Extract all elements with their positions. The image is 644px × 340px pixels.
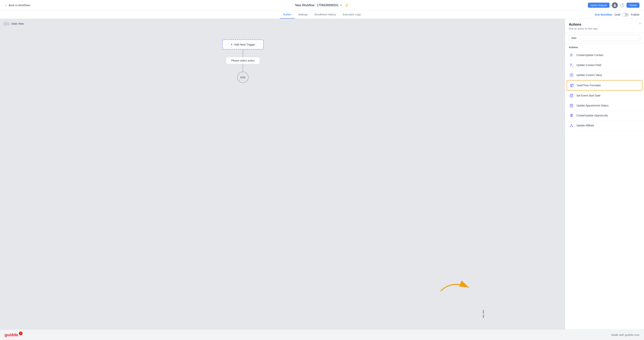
workflow-name: New Workflow : 1706636898261 xyxy=(295,3,339,7)
add-trigger-button[interactable]: + Add New Trigger xyxy=(222,39,264,49)
action-label-update-custom-value: Update Custom Value xyxy=(576,74,602,77)
history-icon[interactable]: 🕐 xyxy=(620,3,624,7)
workflow-canvas[interactable]: Stats View + Add New Trigger Please sele… xyxy=(0,19,565,330)
guidde-logo-text: guidde. xyxy=(4,333,19,337)
top-right-actions: topline Support 🕐 Saved xyxy=(588,2,640,8)
svg-point-5 xyxy=(570,64,572,65)
guidde-logo: guidde. 7 xyxy=(4,333,23,337)
close-sidebar-button[interactable]: × xyxy=(639,22,641,26)
edit-title-icon[interactable]: ✏ xyxy=(340,4,342,7)
calendar-icon xyxy=(569,83,574,88)
action-label-update-appointment-status: Update Appointment Status xyxy=(576,104,608,107)
back-to-workflows-button[interactable]: ← Back to Workflows xyxy=(4,3,30,7)
bottom-bar: guidde. 7 Made with guidde.com xyxy=(0,330,644,340)
back-arrow-icon: ← xyxy=(4,3,8,7)
top-navigation: ← Back to Workflows New Workflow : 17066… xyxy=(0,0,644,10)
action-item-set-event-start-date[interactable]: Set Event Start Date xyxy=(565,91,644,101)
actions-subtitle: Pick an action for this step xyxy=(569,27,640,30)
main-tabs: Builder Settings Enrollment History Exec… xyxy=(4,11,640,18)
svg-point-22 xyxy=(571,124,572,125)
scroll-bar-2 xyxy=(483,315,484,318)
connector-line-2 xyxy=(243,64,243,72)
action-item-create-update-opportunity[interactable]: Create/Update Opportunity xyxy=(565,111,644,121)
actions-section-heading: Actions xyxy=(565,44,644,50)
svg-rect-11 xyxy=(571,86,572,86)
tabs-right-actions: Test Workflow Draft Publish xyxy=(594,13,640,16)
end-node: END xyxy=(237,72,248,83)
action-item-datetime-formatter[interactable]: Date/Time Formatter xyxy=(566,80,642,91)
add-trigger-label: Add New Trigger xyxy=(234,43,255,46)
affiliate-icon xyxy=(569,123,574,128)
action-label-update-contact-field: Update Contact Field xyxy=(576,64,601,67)
test-workflow-button[interactable]: Test Workflow xyxy=(594,13,612,16)
action-label-datetime-formatter: Date/Time Formatter xyxy=(577,84,601,87)
main-content: Stats View + Add New Trigger Please sele… xyxy=(0,19,644,330)
dollar-icon xyxy=(569,113,574,118)
svg-rect-7 xyxy=(570,84,574,87)
action-label-set-event-start-date: Set Event Start Date xyxy=(576,94,600,97)
stats-view-label: Stats View xyxy=(11,22,24,25)
saved-button[interactable]: Saved xyxy=(626,3,640,8)
search-actions-input[interactable] xyxy=(569,35,640,41)
plus-icon: + xyxy=(231,42,233,46)
back-label: Back to Workflows xyxy=(9,4,30,7)
action-label-create-update-opportunity: Create/Update Opportunity xyxy=(576,114,608,117)
lightning-icon[interactable]: ⚡ xyxy=(344,3,349,7)
svg-point-0 xyxy=(614,4,616,5)
svg-line-26 xyxy=(570,125,572,126)
action-item-update-contact-field[interactable]: Update Contact Field xyxy=(565,60,644,70)
user-plus-icon xyxy=(569,52,574,58)
made-with-guidde: Made with guidde.com xyxy=(611,333,640,337)
edit-square-icon xyxy=(569,72,574,78)
svg-rect-12 xyxy=(570,94,573,97)
end-node-label: END xyxy=(240,76,245,79)
action-node[interactable]: Please select action xyxy=(226,57,260,64)
draft-label: Draft xyxy=(614,13,620,16)
svg-point-24 xyxy=(572,126,573,127)
support-button[interactable]: topline Support xyxy=(588,3,610,8)
search-box-area xyxy=(565,32,644,44)
stats-view-toggle[interactable] xyxy=(3,22,10,25)
tab-enrollment-history[interactable]: Enrollment History xyxy=(311,11,339,19)
scroll-hint xyxy=(483,310,484,318)
calendar-badge-icon xyxy=(569,103,574,108)
action-item-update-custom-value[interactable]: Update Custom Value xyxy=(565,70,644,80)
workflow-title-area: New Workflow : 1706636898261 ✏ ⚡ xyxy=(295,3,349,7)
tab-execution-logs[interactable]: Execution Logs xyxy=(339,11,364,19)
calendar-check-icon xyxy=(569,93,574,98)
tab-settings[interactable]: Settings xyxy=(295,11,311,19)
connector-line-1 xyxy=(243,49,243,57)
workflow-nodes-area: + Add New Trigger Please select action E… xyxy=(0,30,486,318)
action-label-create-update-contact: Create/Update Contact xyxy=(576,54,603,57)
tab-builder[interactable]: Builder xyxy=(280,11,295,19)
draft-toggle-area: Draft xyxy=(614,13,628,16)
action-item-create-update-contact[interactable]: Create/Update Contact xyxy=(565,50,644,60)
scroll-bar-1 xyxy=(483,310,484,314)
draft-toggle-switch[interactable] xyxy=(622,13,628,16)
svg-rect-16 xyxy=(570,104,573,107)
action-item-update-appointment-status[interactable]: Update Appointment Status xyxy=(565,101,644,111)
actions-header: Actions Pick an action for this step × xyxy=(565,19,644,32)
svg-point-23 xyxy=(570,126,571,127)
publish-button[interactable]: Publish xyxy=(631,13,640,16)
tabs-bar: Builder Settings Enrollment History Exec… xyxy=(0,10,644,19)
action-label-update-affiliate: Update Affiliate xyxy=(576,124,594,127)
stats-toggle-area: Stats View xyxy=(3,22,24,25)
user-edit-icon xyxy=(569,62,574,68)
notification-badge: 7 xyxy=(19,332,22,335)
svg-point-2 xyxy=(570,54,572,55)
avatar[interactable] xyxy=(612,2,618,8)
action-item-update-affiliate[interactable]: Update Affiliate xyxy=(565,121,644,131)
svg-line-27 xyxy=(572,125,573,126)
action-node-label: Please select action xyxy=(231,59,255,62)
actions-sidebar: Actions Pick an action for this step × A… xyxy=(565,19,644,330)
actions-title: Actions xyxy=(569,22,640,26)
